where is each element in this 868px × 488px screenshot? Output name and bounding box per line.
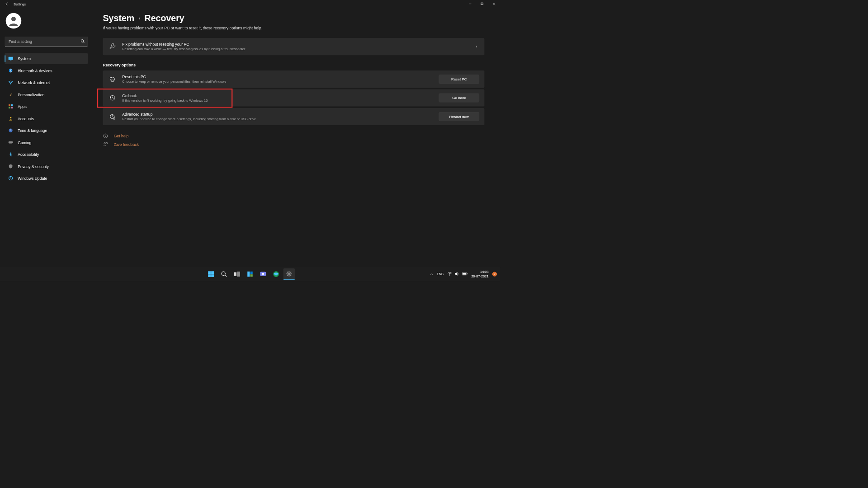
search-button[interactable] (218, 268, 230, 280)
task-view-icon (234, 272, 240, 277)
svg-rect-2 (481, 3, 484, 5)
svg-rect-9 (10, 60, 11, 60)
sidebar-item-bluetooth[interactable]: Bluetooth & devices (5, 65, 88, 76)
card-title: Reset this PC (122, 75, 434, 79)
give-feedback-link[interactable]: Give feedback (103, 141, 485, 147)
close-icon (493, 3, 495, 5)
apps-icon (8, 104, 13, 108)
help-icon: ? (103, 133, 108, 139)
svg-rect-8 (8, 57, 13, 60)
update-icon (8, 176, 13, 180)
chat-button[interactable] (257, 268, 269, 280)
settings-taskbar-button[interactable] (283, 268, 295, 280)
card-advanced-startup: Advanced startup Restart your device to … (103, 108, 485, 125)
svg-rect-31 (208, 274, 211, 277)
svg-point-41 (262, 273, 264, 275)
search-icon (221, 271, 227, 277)
svg-rect-32 (211, 274, 214, 277)
maximize-icon (481, 3, 483, 5)
card-fix-problems[interactable]: Fix problems without resetting your PC R… (103, 38, 485, 55)
svg-rect-18 (8, 141, 13, 144)
card-title: Fix problems without resetting your PC (122, 42, 469, 47)
sidebar-item-label: Apps (18, 104, 27, 109)
breadcrumb-parent[interactable]: System (103, 13, 135, 23)
card-reset-pc: Reset this PC Choose to keep or remove y… (103, 70, 485, 88)
edge-button[interactable] (270, 268, 282, 280)
search-input[interactable] (5, 37, 88, 47)
reset-pc-button[interactable]: Reset PC (439, 75, 479, 84)
sidebar-item-label: Time & language (18, 128, 47, 133)
wifi-tray-icon[interactable] (447, 272, 452, 277)
sidebar-item-label: Network & internet (18, 80, 50, 85)
svg-rect-12 (9, 104, 10, 106)
minimize-icon (469, 3, 472, 5)
sidebar-item-personalization[interactable]: Personalization (5, 89, 88, 100)
maximize-button[interactable] (476, 0, 488, 8)
sidebar-item-apps[interactable]: Apps (5, 101, 88, 112)
section-title-recovery: Recovery options (103, 63, 485, 67)
card-desc: Choose to keep or remove your personal f… (122, 80, 434, 84)
sidebar-item-label: Accessibility (18, 152, 39, 157)
svg-rect-14 (9, 107, 10, 108)
svg-point-44 (288, 273, 290, 275)
tray-overflow-button[interactable] (430, 272, 433, 276)
svg-text:?: ? (105, 134, 107, 137)
link-label: Get help (114, 134, 129, 138)
close-button[interactable] (488, 0, 500, 8)
svg-rect-35 (234, 272, 236, 276)
page-subtitle: If you're having problems with your PC o… (103, 26, 485, 30)
breadcrumb: System › Recovery (103, 13, 485, 23)
reset-icon (108, 75, 116, 83)
clock[interactable]: 14:08 29-07-2021 (471, 270, 488, 278)
restart-now-button[interactable]: Restart now (439, 112, 479, 121)
wifi-icon (8, 80, 13, 84)
chevron-right-icon: › (474, 44, 479, 49)
minimize-button[interactable] (464, 0, 476, 8)
person-icon (8, 15, 19, 26)
battery-tray-icon[interactable] (462, 272, 468, 276)
card-desc: If this version isn't working, try going… (122, 99, 434, 103)
sidebar-item-accounts[interactable]: Accounts (5, 113, 88, 124)
link-label: Give feedback (114, 142, 139, 146)
sidebar-item-gaming[interactable]: Gaming (5, 137, 88, 148)
accessibility-icon (8, 152, 13, 156)
sidebar-item-privacy[interactable]: Privacy & security (5, 161, 88, 172)
sidebar-item-label: Windows Update (18, 176, 47, 181)
svg-point-16 (10, 117, 11, 118)
volume-tray-icon[interactable] (455, 272, 459, 277)
svg-rect-1 (481, 3, 483, 5)
get-help-link[interactable]: ? Get help (103, 133, 485, 139)
svg-point-19 (10, 153, 11, 154)
chat-icon (259, 271, 266, 277)
svg-point-6 (81, 40, 84, 42)
chevron-up-icon (430, 273, 433, 276)
main-content: System › Recovery If you're having probl… (93, 8, 500, 281)
person-icon (8, 116, 13, 121)
start-button[interactable] (205, 268, 217, 280)
sidebar-item-accessibility[interactable]: Accessibility (5, 149, 88, 160)
chevron-right-icon: › (138, 15, 140, 21)
sidebar-item-system[interactable]: System (5, 53, 88, 64)
svg-rect-39 (250, 274, 253, 277)
go-back-button[interactable]: Go back (439, 94, 479, 103)
card-go-back: Go back If this version isn't working, t… (103, 89, 485, 107)
sidebar-item-network[interactable]: Network & internet (5, 77, 88, 88)
sidebar-item-time[interactable]: Time & language (5, 125, 88, 136)
gamepad-icon (8, 140, 13, 145)
search-icon (80, 39, 85, 44)
taskbar: ENG 14:08 29-07-2021 2 (0, 267, 500, 281)
language-indicator[interactable]: ENG (437, 272, 443, 276)
task-view-button[interactable] (231, 268, 243, 280)
svg-rect-38 (250, 272, 253, 274)
sidebar: System Bluetooth & devices Network & int… (0, 8, 93, 281)
sidebar-item-update[interactable]: Windows Update (5, 173, 88, 184)
power-gear-icon (108, 113, 116, 121)
notification-badge[interactable]: 2 (492, 272, 497, 276)
back-button[interactable] (4, 1, 9, 7)
svg-rect-36 (237, 272, 240, 277)
widgets-button[interactable] (244, 268, 255, 280)
sidebar-item-label: System (18, 56, 31, 61)
system-icon (8, 56, 13, 61)
avatar[interactable] (6, 13, 22, 29)
svg-line-34 (225, 275, 226, 277)
